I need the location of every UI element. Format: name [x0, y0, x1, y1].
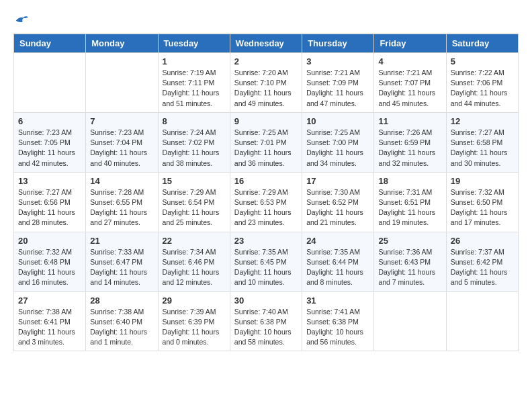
day-cell: 14Sunrise: 7:28 AMSunset: 6:55 PMDayligh… [86, 172, 158, 232]
day-cell: 13Sunrise: 7:27 AMSunset: 6:56 PMDayligh… [14, 172, 86, 232]
day-cell [446, 291, 518, 351]
day-number: 23 [234, 236, 298, 246]
day-info: Sunrise: 7:21 AMSunset: 7:07 PMDaylight:… [378, 68, 441, 109]
day-number: 4 [378, 56, 441, 66]
day-number: 1 [163, 56, 226, 66]
day-info: Sunrise: 7:32 AMSunset: 6:50 PMDaylight:… [451, 187, 514, 228]
day-cell: 12Sunrise: 7:27 AMSunset: 6:58 PMDayligh… [446, 112, 518, 172]
day-cell: 11Sunrise: 7:26 AMSunset: 6:59 PMDayligh… [374, 112, 446, 172]
day-info: Sunrise: 7:23 AMSunset: 7:05 PMDaylight:… [18, 128, 81, 169]
day-info: Sunrise: 7:31 AMSunset: 6:51 PMDaylight:… [378, 187, 441, 228]
day-number: 27 [18, 295, 81, 306]
day-cell: 23Sunrise: 7:35 AMSunset: 6:45 PMDayligh… [230, 232, 302, 291]
weekday-header-sunday: Sunday [14, 34, 86, 53]
week-row-2: 6Sunrise: 7:23 AMSunset: 7:05 PMDaylight… [14, 112, 519, 172]
day-number: 22 [163, 236, 226, 246]
day-cell: 9Sunrise: 7:25 AMSunset: 7:01 PMDaylight… [230, 112, 302, 172]
day-number: 8 [163, 116, 226, 126]
day-cell: 24Sunrise: 7:35 AMSunset: 6:44 PMDayligh… [302, 232, 374, 291]
day-cell: 17Sunrise: 7:30 AMSunset: 6:52 PMDayligh… [302, 172, 374, 232]
day-info: Sunrise: 7:33 AMSunset: 6:47 PMDaylight:… [90, 247, 153, 288]
day-number: 6 [18, 116, 81, 126]
calendar-table: SundayMondayTuesdayWednesdayThursdayFrid… [13, 34, 519, 351]
day-number: 3 [306, 56, 369, 66]
day-cell: 27Sunrise: 7:38 AMSunset: 6:41 PMDayligh… [14, 291, 86, 351]
day-number: 14 [90, 176, 153, 186]
day-cell: 22Sunrise: 7:34 AMSunset: 6:46 PMDayligh… [158, 232, 230, 291]
day-info: Sunrise: 7:38 AMSunset: 6:41 PMDaylight:… [18, 307, 81, 348]
page-header [13, 13, 519, 27]
day-number: 24 [306, 236, 369, 246]
day-info: Sunrise: 7:29 AMSunset: 6:53 PMDaylight:… [234, 187, 298, 228]
day-number: 9 [234, 116, 298, 126]
week-row-3: 13Sunrise: 7:27 AMSunset: 6:56 PMDayligh… [14, 172, 519, 232]
day-info: Sunrise: 7:20 AMSunset: 7:10 PMDaylight:… [234, 68, 298, 109]
day-cell: 30Sunrise: 7:40 AMSunset: 6:38 PMDayligh… [230, 291, 302, 351]
day-number: 10 [306, 116, 369, 126]
day-cell: 28Sunrise: 7:38 AMSunset: 6:40 PMDayligh… [86, 291, 158, 351]
week-row-4: 20Sunrise: 7:32 AMSunset: 6:48 PMDayligh… [14, 232, 519, 291]
week-row-1: 1Sunrise: 7:19 AMSunset: 7:11 PMDaylight… [14, 53, 519, 113]
day-number: 30 [234, 295, 298, 306]
day-cell: 25Sunrise: 7:36 AMSunset: 6:43 PMDayligh… [374, 232, 446, 291]
day-number: 19 [451, 176, 514, 186]
day-number: 2 [234, 56, 298, 66]
day-cell: 2Sunrise: 7:20 AMSunset: 7:10 PMDaylight… [230, 53, 302, 113]
day-info: Sunrise: 7:35 AMSunset: 6:45 PMDaylight:… [234, 247, 298, 288]
day-info: Sunrise: 7:37 AMSunset: 6:42 PMDaylight:… [451, 247, 514, 288]
day-cell: 18Sunrise: 7:31 AMSunset: 6:51 PMDayligh… [374, 172, 446, 232]
day-info: Sunrise: 7:35 AMSunset: 6:44 PMDaylight:… [306, 247, 369, 288]
day-number: 26 [451, 236, 514, 246]
day-number: 7 [90, 116, 153, 126]
day-info: Sunrise: 7:29 AMSunset: 6:54 PMDaylight:… [163, 187, 226, 228]
day-number: 15 [163, 176, 226, 186]
day-number: 31 [306, 295, 369, 306]
day-number: 29 [163, 295, 226, 306]
day-cell: 29Sunrise: 7:39 AMSunset: 6:39 PMDayligh… [158, 291, 230, 351]
day-cell: 8Sunrise: 7:24 AMSunset: 7:02 PMDaylight… [158, 112, 230, 172]
day-info: Sunrise: 7:19 AMSunset: 7:11 PMDaylight:… [163, 68, 226, 109]
day-cell [374, 291, 446, 351]
day-number: 21 [90, 236, 153, 246]
day-cell: 3Sunrise: 7:21 AMSunset: 7:09 PMDaylight… [302, 53, 374, 113]
day-cell [86, 53, 158, 113]
day-info: Sunrise: 7:34 AMSunset: 6:46 PMDaylight:… [163, 247, 226, 288]
day-info: Sunrise: 7:36 AMSunset: 6:43 PMDaylight:… [378, 247, 441, 288]
day-number: 5 [451, 56, 514, 66]
day-info: Sunrise: 7:28 AMSunset: 6:55 PMDaylight:… [90, 187, 153, 228]
day-cell: 20Sunrise: 7:32 AMSunset: 6:48 PMDayligh… [14, 232, 86, 291]
day-info: Sunrise: 7:40 AMSunset: 6:38 PMDaylight:… [234, 307, 298, 348]
day-cell: 7Sunrise: 7:23 AMSunset: 7:04 PMDaylight… [86, 112, 158, 172]
day-number: 25 [378, 236, 441, 246]
day-info: Sunrise: 7:39 AMSunset: 6:39 PMDaylight:… [163, 307, 226, 348]
day-info: Sunrise: 7:23 AMSunset: 7:04 PMDaylight:… [90, 128, 153, 169]
day-cell: 21Sunrise: 7:33 AMSunset: 6:47 PMDayligh… [86, 232, 158, 291]
day-number: 16 [234, 176, 298, 186]
day-info: Sunrise: 7:22 AMSunset: 7:06 PMDaylight:… [451, 68, 514, 109]
day-cell: 31Sunrise: 7:41 AMSunset: 6:38 PMDayligh… [302, 291, 374, 351]
day-number: 28 [90, 295, 153, 306]
day-number: 11 [378, 116, 441, 126]
day-cell: 19Sunrise: 7:32 AMSunset: 6:50 PMDayligh… [446, 172, 518, 232]
day-cell: 6Sunrise: 7:23 AMSunset: 7:05 PMDaylight… [14, 112, 86, 172]
day-info: Sunrise: 7:38 AMSunset: 6:40 PMDaylight:… [90, 307, 153, 348]
day-info: Sunrise: 7:27 AMSunset: 6:58 PMDaylight:… [451, 128, 514, 169]
weekday-header-row: SundayMondayTuesdayWednesdayThursdayFrid… [14, 34, 519, 53]
logo-bird-icon [15, 13, 28, 27]
day-info: Sunrise: 7:24 AMSunset: 7:02 PMDaylight:… [163, 128, 226, 169]
day-info: Sunrise: 7:41 AMSunset: 6:38 PMDaylight:… [306, 307, 369, 348]
day-info: Sunrise: 7:27 AMSunset: 6:56 PMDaylight:… [18, 187, 81, 228]
weekday-header-thursday: Thursday [302, 34, 374, 53]
day-number: 17 [306, 176, 369, 186]
day-info: Sunrise: 7:21 AMSunset: 7:09 PMDaylight:… [306, 68, 369, 109]
week-row-5: 27Sunrise: 7:38 AMSunset: 6:41 PMDayligh… [14, 291, 519, 351]
day-cell: 1Sunrise: 7:19 AMSunset: 7:11 PMDaylight… [158, 53, 230, 113]
day-info: Sunrise: 7:25 AMSunset: 7:01 PMDaylight:… [234, 128, 298, 169]
weekday-header-monday: Monday [86, 34, 158, 53]
day-cell: 10Sunrise: 7:25 AMSunset: 7:00 PMDayligh… [302, 112, 374, 172]
weekday-header-tuesday: Tuesday [158, 34, 230, 53]
logo [13, 13, 28, 27]
day-cell [14, 53, 86, 113]
weekday-header-friday: Friday [374, 34, 446, 53]
day-cell: 16Sunrise: 7:29 AMSunset: 6:53 PMDayligh… [230, 172, 302, 232]
